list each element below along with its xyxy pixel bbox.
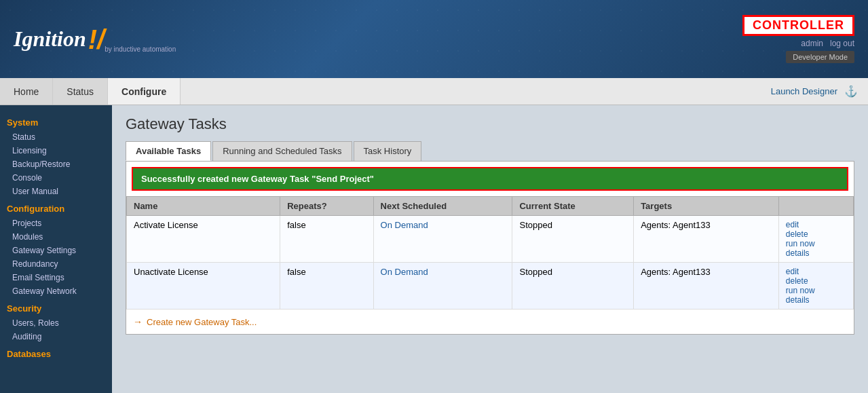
logo-exclamation: !/ — [88, 26, 105, 53]
tasks-table: Name Repeats? Next Scheduled Current Sta… — [126, 196, 854, 310]
navbar: Home Status Configure Launch Designer ⚓ — [0, 78, 868, 105]
sidebar-section-security: Security — [0, 298, 112, 316]
controller-badge: CONTROLLER — [742, 15, 854, 36]
row1-details-link[interactable]: details — [786, 248, 846, 258]
tab-available-tasks[interactable]: Available Tasks — [126, 141, 211, 161]
sidebar-item-modules[interactable]: Modules — [0, 230, 112, 244]
nav-right: Launch Designer ⚓ — [771, 78, 868, 105]
table-row: Unactivate License false On Demand Stopp… — [127, 263, 854, 310]
row1-actions: edit delete run now details — [778, 216, 853, 263]
sidebar-item-redundancy[interactable]: Redundancy — [0, 257, 112, 271]
col-targets: Targets — [634, 197, 779, 216]
logout-link[interactable]: log out — [830, 39, 854, 48]
row2-targets: Agents: Agent133 — [634, 263, 779, 310]
row1-repeats: false — [280, 216, 373, 263]
row2-next-scheduled-link[interactable]: On Demand — [381, 267, 428, 277]
row1-delete-link[interactable]: delete — [786, 229, 846, 239]
arrow-right-icon: → — [133, 316, 143, 327]
sidebar-item-status[interactable]: Status — [0, 130, 112, 144]
sidebar-item-user-manual[interactable]: User Manual — [0, 185, 112, 198]
row2-actions: edit delete run now details — [778, 263, 853, 310]
sidebar-item-email-settings[interactable]: Email Settings — [0, 271, 112, 284]
row1-name: Activate License — [127, 216, 280, 263]
row2-details-link[interactable]: details — [786, 295, 846, 305]
row1-next-scheduled-link[interactable]: On Demand — [381, 220, 428, 230]
create-link-label: Create new Gateway Task... — [147, 317, 257, 327]
row2-current-state: Stopped — [512, 263, 634, 310]
row2-next-scheduled: On Demand — [373, 263, 512, 310]
content-tabs: Available Tasks Running and Scheduled Ta… — [126, 141, 854, 161]
launch-designer-link[interactable]: Launch Designer — [771, 86, 837, 96]
logo: Ignition !/ by inductive automation — [14, 26, 176, 53]
sidebar-item-gateway-network[interactable]: Gateway Network — [0, 284, 112, 298]
nav-tab-configure[interactable]: Configure — [108, 78, 181, 105]
tab-task-history[interactable]: Task History — [354, 141, 422, 161]
header-right: CONTROLLER admin log out Developer Mode — [742, 15, 854, 63]
sidebar-item-backup-restore[interactable]: Backup/Restore — [0, 157, 112, 171]
sidebar-section-configuration: Configuration — [0, 198, 112, 217]
logo-subtitle: by inductive automation — [105, 45, 176, 53]
row2-runnow-link[interactable]: run now — [786, 286, 846, 295]
sidebar-section-databases: Databases — [0, 343, 112, 362]
admin-link[interactable]: admin — [801, 39, 823, 48]
page-title: Gateway Tasks — [126, 115, 854, 133]
row2-name: Unactivate License — [127, 263, 280, 310]
logo-text: Ignition — [14, 26, 86, 52]
header: Ignition !/ by inductive automation CONT… — [0, 0, 868, 78]
row2-edit-link[interactable]: edit — [786, 267, 846, 276]
content-area: Gateway Tasks Available Tasks Running an… — [112, 105, 868, 393]
sidebar-section-system: System — [0, 112, 112, 130]
row1-current-state: Stopped — [512, 216, 634, 263]
col-repeats: Repeats? — [280, 197, 373, 216]
sidebar-item-licensing[interactable]: Licensing — [0, 144, 112, 157]
tab-running-scheduled-tasks[interactable]: Running and Scheduled Tasks — [212, 141, 352, 161]
sidebar-item-console[interactable]: Console — [0, 171, 112, 185]
wrench-icon: ⚓ — [844, 85, 858, 98]
row1-targets: Agents: Agent133 — [634, 216, 779, 263]
row1-next-scheduled: On Demand — [373, 216, 512, 263]
success-banner: Successfully created new Gateway Task "S… — [132, 167, 848, 191]
developer-mode-button[interactable]: Developer Mode — [786, 51, 854, 63]
sidebar-item-users-roles[interactable]: Users, Roles — [0, 316, 112, 330]
col-current-state: Current State — [512, 197, 634, 216]
table-container: Successfully created new Gateway Task "S… — [126, 161, 854, 335]
sidebar: System Status Licensing Backup/Restore C… — [0, 105, 112, 393]
main-layout: System Status Licensing Backup/Restore C… — [0, 105, 868, 393]
row1-runnow-link[interactable]: run now — [786, 239, 846, 248]
row2-repeats: false — [280, 263, 373, 310]
col-actions — [778, 197, 853, 216]
admin-links: admin log out — [801, 39, 854, 48]
sidebar-item-projects[interactable]: Projects — [0, 217, 112, 230]
col-name: Name — [127, 197, 280, 216]
row2-delete-link[interactable]: delete — [786, 276, 846, 286]
row1-edit-link[interactable]: edit — [786, 220, 846, 229]
nav-tab-home[interactable]: Home — [0, 78, 53, 105]
sidebar-item-gateway-settings[interactable]: Gateway Settings — [0, 244, 112, 257]
table-row: Activate License false On Demand Stopped… — [127, 216, 854, 263]
col-next-scheduled: Next Scheduled — [373, 197, 512, 216]
nav-tab-status[interactable]: Status — [53, 78, 108, 105]
create-gateway-task-link[interactable]: → Create new Gateway Task... — [126, 310, 854, 334]
sidebar-item-auditing[interactable]: Auditing — [0, 330, 112, 343]
